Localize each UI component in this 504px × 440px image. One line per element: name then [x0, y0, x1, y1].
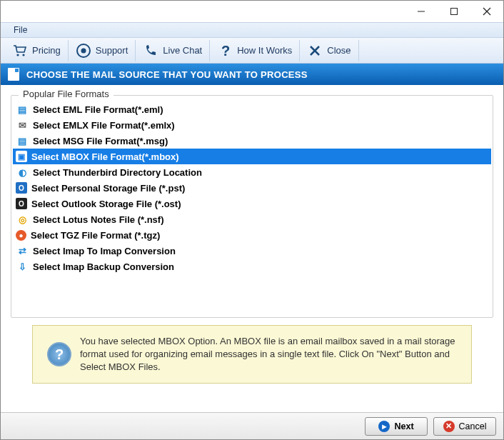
cancel-icon: ✕: [443, 421, 455, 432]
list-item-ost[interactable]: OSelect Outlook Storage File (*.ost): [13, 196, 491, 211]
list-item-pst[interactable]: OSelect Personal Storage File (*.pst): [13, 180, 491, 196]
titlebar: [1, 1, 503, 22]
page-title: CHOOSE THE MAIL SOURCE THAT YOU WANT TO …: [26, 69, 308, 80]
list-item-nsf[interactable]: ◎Select Lotus Notes File (*.nsf): [13, 211, 491, 227]
phone-icon: [143, 43, 158, 59]
footer: ► Next ✕ Cancel: [1, 412, 503, 439]
list-item-imap-to-imap[interactable]: ⇄Select Imap To Imap Conversion: [13, 243, 491, 259]
list-item-eml[interactable]: ▤Select EML File Format(*.eml): [13, 101, 491, 117]
format-list: ▤Select EML File Format(*.eml) ✉Select E…: [11, 96, 493, 276]
imap-icon: ⇄: [16, 245, 29, 256]
document-icon: [8, 68, 19, 81]
mbox-icon: ▣: [16, 151, 27, 162]
outlook-pst-icon: O: [16, 182, 27, 194]
toolbar-support[interactable]: Support: [69, 40, 136, 61]
info-panel: ? You have selected MBOX Option. An MBOX…: [32, 325, 472, 384]
info-text: You have selected MBOX Option. An MBOX f…: [80, 335, 457, 374]
svg-point-5: [22, 54, 24, 56]
body-area: Popular File Formats ▤Select EML File Fo…: [1, 85, 503, 388]
cart-icon: [12, 43, 28, 59]
question-icon: ?: [217, 43, 233, 59]
tgz-icon: ●: [16, 230, 26, 241]
close-icon: [307, 43, 323, 59]
msg-icon: ▤: [16, 135, 29, 146]
svg-rect-1: [451, 9, 458, 15]
next-button[interactable]: ► Next: [365, 417, 428, 436]
imap-backup-icon: ⇩: [16, 261, 29, 272]
toolbar-livechat[interactable]: Live Chat: [136, 40, 210, 61]
thunderbird-icon: ◐: [16, 166, 29, 178]
toolbar-support-label: Support: [96, 45, 128, 56]
list-item-emlx[interactable]: ✉Select EMLX File Format(*.emlx): [13, 117, 491, 133]
list-item-thunderbird[interactable]: ◐Select Thunderbird Directory Location: [13, 164, 491, 180]
toolbar-pricing-label: Pricing: [32, 45, 61, 56]
group-title: Popular File Formats: [19, 89, 114, 99]
maximize-button[interactable]: [438, 1, 470, 22]
toolbar-close[interactable]: Close: [300, 40, 358, 61]
info-icon: ?: [47, 342, 71, 366]
svg-text:?: ?: [221, 43, 230, 59]
toolbar-pricing[interactable]: Pricing: [5, 40, 69, 61]
emlx-icon: ✉: [16, 119, 29, 131]
minimize-button[interactable]: [405, 1, 438, 22]
arrow-right-icon: ►: [378, 421, 390, 432]
eml-icon: ▤: [16, 104, 29, 115]
support-icon: [76, 43, 91, 59]
toolbar-livechat-label: Live Chat: [163, 45, 202, 56]
page-header: CHOOSE THE MAIL SOURCE THAT YOU WANT TO …: [1, 64, 503, 85]
svg-point-4: [16, 54, 19, 56]
toolbar: Pricing Support Live Chat ? How It Works…: [1, 38, 503, 64]
list-item-tgz[interactable]: ●Select TGZ File Format (*.tgz): [13, 227, 491, 243]
list-item-imap-backup[interactable]: ⇩Select Imap Backup Conversion: [13, 259, 491, 274]
svg-point-7: [81, 48, 86, 53]
menubar: File: [1, 22, 503, 38]
close-window-button[interactable]: [470, 1, 503, 22]
toolbar-howitworks[interactable]: ? How It Works: [210, 40, 300, 61]
cancel-button[interactable]: ✕ Cancel: [433, 417, 496, 436]
list-item-mbox[interactable]: ▣Select MBOX File Format(*.mbox): [13, 149, 491, 164]
lotus-icon: ◎: [16, 214, 29, 225]
toolbar-howitworks-label: How It Works: [237, 45, 292, 56]
file-formats-group: Popular File Formats ▤Select EML File Fo…: [11, 95, 493, 318]
outlook-ost-icon: O: [16, 198, 27, 209]
menu-file[interactable]: File: [8, 24, 33, 36]
list-item-msg[interactable]: ▤Select MSG File Format(*.msg): [13, 133, 491, 149]
toolbar-close-label: Close: [327, 45, 351, 56]
